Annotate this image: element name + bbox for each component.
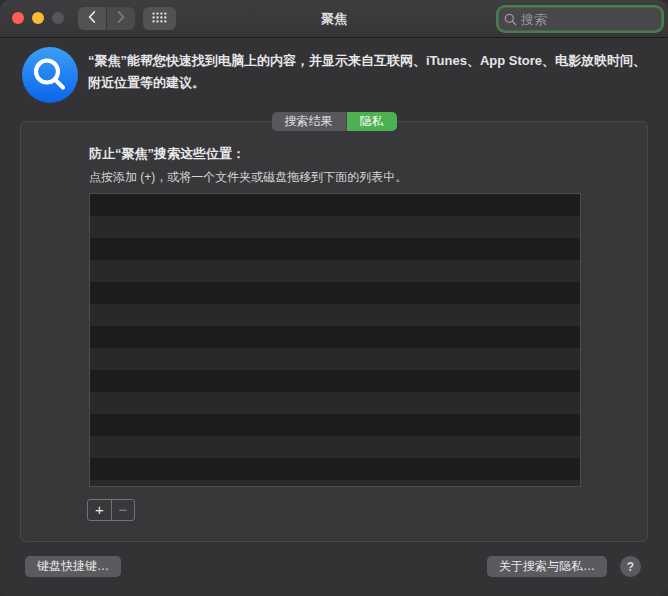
search-field[interactable] [499, 8, 661, 30]
grid-icon [152, 11, 167, 26]
show-all-button[interactable] [143, 7, 176, 30]
close-button[interactable] [12, 12, 24, 24]
keyboard-shortcuts-button[interactable]: 键盘快捷键… [25, 556, 121, 577]
about-search-privacy-button[interactable]: 关于搜索与隐私… [487, 556, 607, 577]
add-remove-control: + − [87, 499, 135, 521]
back-button[interactable] [78, 7, 106, 30]
help-button[interactable]: ? [620, 556, 641, 577]
chevron-left-icon [88, 11, 96, 26]
remove-location-button: − [111, 500, 134, 520]
tab-bar: 搜索结果 隐私 [0, 112, 668, 131]
spotlight-icon [22, 47, 78, 103]
zoom-button-disabled [52, 12, 64, 24]
privacy-pane: 防止“聚焦”搜索这些位置： 点按添加 (+)，或将一个文件夹或磁盘拖移到下面的列… [20, 121, 648, 542]
tab-search-results[interactable]: 搜索结果 [272, 112, 347, 131]
nav-button-group [78, 7, 135, 30]
search-input[interactable] [521, 12, 656, 27]
spotlight-preferences-window: 聚焦 “聚焦”能帮您快速找到电脑上的内容，并显示来自互联网、iTunes、App… [0, 0, 668, 596]
privacy-heading: 防止“聚焦”搜索这些位置： [89, 145, 245, 163]
search-icon [504, 13, 517, 26]
pane-description: “聚焦”能帮您快速找到电脑上的内容，并显示来自互联网、iTunes、App St… [88, 50, 648, 94]
tab-privacy[interactable]: 隐私 [347, 112, 397, 131]
privacy-instruction: 点按添加 (+)，或将一个文件夹或磁盘拖移到下面的列表中。 [89, 169, 407, 186]
chevron-right-icon [117, 11, 125, 26]
forward-button [107, 7, 135, 30]
titlebar: 聚焦 [0, 0, 668, 38]
traffic-lights [12, 12, 64, 24]
add-location-button[interactable]: + [88, 500, 111, 520]
window-title: 聚焦 [180, 0, 488, 38]
minimize-button[interactable] [32, 12, 44, 24]
privacy-exclusion-list[interactable] [89, 193, 581, 487]
